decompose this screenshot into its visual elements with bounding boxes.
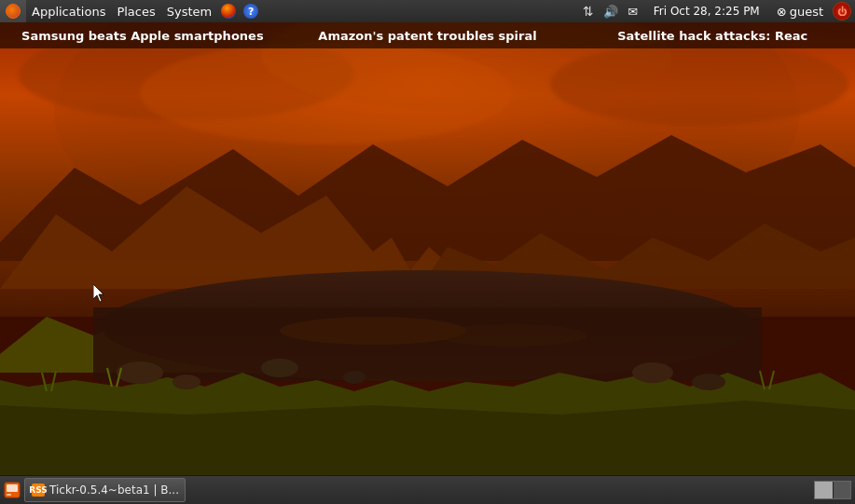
ubuntu-logo-button[interactable] xyxy=(0,0,26,22)
news-item-2[interactable]: Amazon's patent troubles spiral xyxy=(285,29,571,43)
volume-icon[interactable]: 🔊 xyxy=(601,2,620,20)
svg-rect-28 xyxy=(0,0,855,504)
bottom-left: RSS Tickr-0.5.4~beta1 | B... xyxy=(0,478,186,502)
bottom-right xyxy=(814,481,855,499)
news-text-2: Amazon's patent troubles spiral xyxy=(318,29,536,43)
bottom-panel: RSS Tickr-0.5.4~beta1 | B... xyxy=(0,476,855,504)
help-button[interactable]: ? xyxy=(240,0,262,22)
news-ticker: Samsung beats Apple smartphones Amazon's… xyxy=(0,22,855,48)
mail-symbol: ✉ xyxy=(627,5,638,19)
svg-rect-30 xyxy=(7,484,18,492)
system-label: System xyxy=(167,5,212,19)
news-item-3[interactable]: Satellite hack attacks: Reac xyxy=(570,29,855,43)
firefox-icon xyxy=(221,4,236,19)
workspace-1[interactable] xyxy=(815,482,833,498)
ubuntu-icon xyxy=(6,4,21,19)
places-label: Places xyxy=(117,5,155,19)
news-text-1: Samsung beats Apple smartphones xyxy=(21,29,264,43)
power-icon: ⏻ xyxy=(837,7,847,17)
news-text-3: Satellite hack attacks: Reac xyxy=(617,29,807,43)
tickr-label: Tickr-0.5.4~beta1 | B... xyxy=(49,484,179,497)
username: guest xyxy=(790,5,823,19)
user-menu[interactable]: ⊗ guest xyxy=(771,0,829,22)
panel-left: Applications Places System ? xyxy=(0,0,579,22)
tickr-taskbar-item[interactable]: RSS Tickr-0.5.4~beta1 | B... xyxy=(24,478,186,502)
sort-arrows: ⇅ xyxy=(583,4,594,19)
firefox-button[interactable] xyxy=(217,0,240,22)
system-menu[interactable]: System xyxy=(161,0,217,22)
datetime-text: Fri Oct 28, 2:25 PM xyxy=(654,5,760,18)
news-item-1[interactable]: Samsung beats Apple smartphones xyxy=(0,29,285,43)
show-desktop-button[interactable] xyxy=(2,480,22,500)
volume-symbol: 🔊 xyxy=(603,5,618,19)
top-panel: Applications Places System ? ⇅ xyxy=(0,0,855,22)
places-menu[interactable]: Places xyxy=(111,0,160,22)
datetime[interactable]: Fri Oct 28, 2:25 PM xyxy=(646,0,767,22)
workspace-switcher[interactable] xyxy=(814,481,851,499)
workspace-2[interactable] xyxy=(834,482,851,498)
svg-rect-31 xyxy=(7,494,11,496)
panel-right: ⇅ 🔊 ✉ Fri Oct 28, 2:25 PM ⊗ guest ⏻ xyxy=(579,0,855,22)
sort-icon[interactable]: ⇅ xyxy=(579,2,598,20)
applications-label: Applications xyxy=(32,5,105,19)
user-icon: ⊗ xyxy=(777,5,787,19)
help-icon: ? xyxy=(243,4,258,19)
rss-icon: RSS xyxy=(31,483,46,497)
desktop: Applications Places System ? ⇅ xyxy=(0,0,855,504)
mail-icon[interactable]: ✉ xyxy=(624,2,642,20)
applications-menu[interactable]: Applications xyxy=(26,0,111,22)
power-button[interactable]: ⏻ xyxy=(833,2,851,20)
